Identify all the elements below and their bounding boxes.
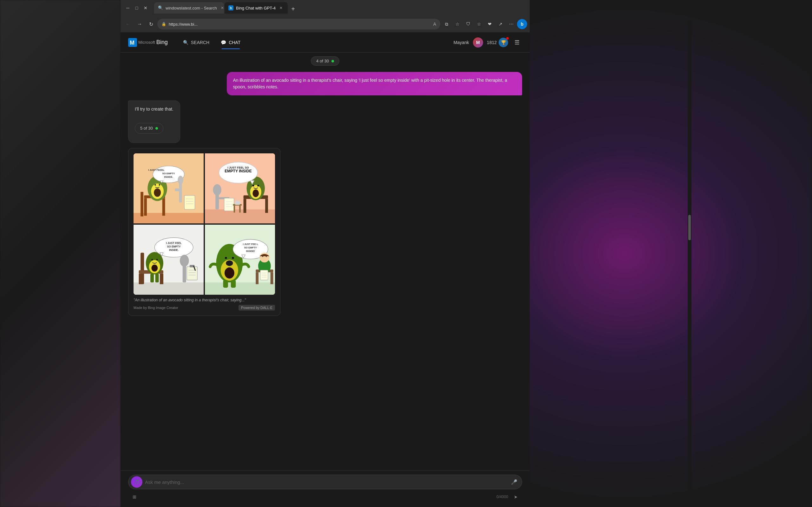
svg-point-11	[154, 184, 156, 185]
status-dot-ai	[155, 127, 158, 130]
close-button[interactable]: ✕	[142, 4, 149, 11]
svg-text:EMPTY INSIDE: EMPTY INSIDE	[224, 169, 252, 173]
svg-rect-2	[134, 153, 204, 223]
dalle-badge: Powered by DALL·E	[239, 305, 275, 311]
svg-rect-48	[239, 205, 241, 212]
svg-text:I JUST FEEEL: I JUST FEEEL	[148, 169, 164, 171]
copilot-icon: 🎵	[131, 476, 142, 488]
svg-rect-70	[187, 267, 197, 280]
svg-rect-61	[150, 274, 154, 282]
svg-rect-55	[160, 274, 163, 284]
svg-point-81	[225, 257, 227, 259]
tab-bing-chat[interactable]: b Bing Chat with GPT-4 ✕	[224, 2, 288, 14]
svg-point-60	[156, 259, 158, 260]
svg-rect-42	[224, 198, 234, 211]
svg-rect-84	[223, 280, 228, 287]
svg-text:INSIDE!: INSIDE!	[246, 250, 255, 252]
svg-text:INSIDE.: INSIDE.	[169, 248, 179, 251]
svg-rect-77	[205, 282, 275, 295]
chat-input[interactable]	[145, 480, 507, 485]
generated-image-1[interactable]: I JUST FEEEL SO EMPTY INSIDE.	[134, 153, 204, 223]
avocado-svg-4: I JUST FEE L SO EMPTY INSIDE!	[205, 225, 275, 295]
bing-logo[interactable]: M Microsoft Bing	[128, 38, 168, 47]
microsoft-text: Microsoft	[138, 40, 155, 45]
split-tab-icon[interactable]: ⧉	[442, 19, 452, 29]
minimize-button[interactable]: ─	[124, 4, 131, 11]
svg-rect-62	[155, 274, 159, 282]
page-content: M Microsoft Bing 🔍 SEARCH 💬 CHAT Mayank …	[120, 32, 530, 507]
tab-label-1: windowslatest.com - Search	[165, 6, 217, 10]
url-text: https://www.bi...	[169, 22, 431, 26]
shopping-icon[interactable]: ❤	[485, 19, 495, 29]
svg-rect-21	[184, 195, 195, 209]
svg-text:I JUST FEE L: I JUST FEE L	[243, 243, 258, 245]
scroll-thumb[interactable]	[688, 215, 691, 240]
chat-tab-label: CHAT	[229, 40, 241, 45]
chat-area[interactable]: 4 of 30 An illustration of an avocado si…	[120, 53, 530, 470]
hamburger-menu[interactable]: ☰	[512, 38, 522, 48]
star-icon[interactable]: ☆	[452, 19, 462, 29]
svg-rect-85	[231, 280, 236, 287]
input-tools: ⊞	[130, 492, 140, 502]
reward-points: 1812	[487, 40, 497, 45]
bing-nav-tabs: 🔍 SEARCH 💬 CHAT	[178, 36, 246, 49]
search-tab-label: SEARCH	[191, 40, 209, 45]
svg-point-83	[226, 260, 233, 266]
new-tab-button[interactable]: +	[288, 4, 298, 14]
tab-close-2[interactable]: ✕	[278, 5, 284, 11]
svg-rect-51	[134, 282, 204, 295]
reward-notification-dot	[506, 37, 509, 40]
svg-rect-6	[162, 198, 165, 216]
microphone-button[interactable]: 🎤	[509, 477, 519, 487]
user-message-text: An illustration of an avocado sitting in…	[233, 78, 507, 89]
toolbar-icons: ⧉ ☆ ⛉ ☆ ❤ ↗ ⋯ b	[442, 19, 527, 29]
image-caption: "An illustration of an avocado sitting i…	[134, 298, 275, 302]
generated-image-3[interactable]: I JUST FEEL SO EMPTY INSIDE.	[134, 225, 204, 295]
svg-text:I JUST FEEL: I JUST FEEL	[166, 241, 182, 244]
title-bar: ─ □ ✕ 🔍 windowslatest.com - Search ✕ b B…	[120, 0, 530, 16]
svg-text:INSIDE.: INSIDE.	[164, 176, 173, 178]
search-tab[interactable]: 🔍 SEARCH	[178, 36, 214, 49]
bing-text: Bing	[156, 39, 168, 46]
address-bar: ← → ↻ 🔒 https://www.bi... A ⧉ ☆ ⛉ ☆ ❤ ↗ …	[120, 16, 530, 32]
svg-rect-47	[234, 205, 235, 212]
avocado-svg-2: I JUST FEEL SO EMPTY INSIDE	[205, 153, 275, 223]
svg-text:SO EMPTY: SO EMPTY	[167, 245, 181, 248]
input-bar: 🎵 🎤	[128, 475, 522, 489]
scrollbar[interactable]	[688, 20, 692, 507]
forward-button[interactable]: →	[135, 19, 145, 29]
svg-point-12	[159, 184, 160, 185]
back-button[interactable]: ←	[123, 19, 133, 29]
image-search-button[interactable]: ⊞	[130, 492, 140, 502]
send-button[interactable]: ➤	[511, 492, 521, 502]
image-grid-card: I JUST FEEEL SO EMPTY INSIDE.	[128, 148, 281, 316]
user-avatar[interactable]: M	[473, 38, 483, 48]
reward-badge[interactable]: 1812 🏆	[487, 38, 508, 47]
svg-point-69	[180, 255, 189, 267]
bing-copilot-icon[interactable]: b	[517, 19, 527, 29]
url-bar[interactable]: 🔒 https://www.bi... A	[157, 19, 440, 30]
share-icon[interactable]: ↗	[496, 19, 506, 29]
avocado-svg-1: I JUST FEEEL SO EMPTY INSIDE.	[134, 153, 204, 223]
collections-icon[interactable]: ⛉	[463, 19, 473, 29]
tab-windowslatest[interactable]: 🔍 windowslatest.com - Search ✕	[154, 2, 224, 14]
reward-icon: 🏆	[499, 38, 508, 47]
svg-rect-93	[270, 272, 273, 284]
generated-image-2[interactable]: I JUST FEEL SO EMPTY INSIDE	[205, 153, 275, 223]
svg-rect-5	[144, 198, 147, 216]
svg-rect-54	[139, 274, 142, 284]
translate-icon: A	[433, 21, 436, 26]
svg-rect-92	[256, 272, 258, 284]
more-options[interactable]: ⋯	[506, 19, 516, 29]
svg-text:SO EMPTY: SO EMPTY	[162, 172, 175, 175]
maximize-button[interactable]: □	[133, 4, 140, 11]
refresh-button[interactable]: ↻	[146, 19, 156, 29]
ai-message-text: I'll try to create that.	[135, 107, 173, 112]
profile-icon[interactable]: ☆	[474, 19, 484, 29]
tab-close-1[interactable]: ✕	[219, 5, 224, 11]
generated-image-4[interactable]: I JUST FEE L SO EMPTY INSIDE!	[205, 225, 275, 295]
char-count: 0/4000	[496, 495, 508, 499]
chat-tab[interactable]: 💬 CHAT	[216, 36, 246, 49]
input-bottom-bar: ⊞ 0/4000 ➤	[128, 492, 522, 502]
image-grid: I JUST FEEEL SO EMPTY INSIDE.	[134, 153, 275, 295]
